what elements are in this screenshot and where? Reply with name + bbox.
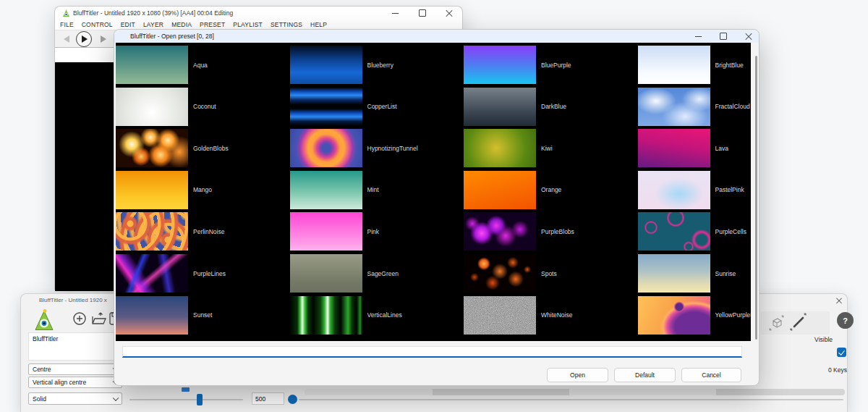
menu-layer[interactable]: LAYER: [143, 21, 163, 28]
preset-thumbnail[interactable]: [638, 46, 710, 84]
preset-item[interactable]: PerlinNoise: [116, 212, 289, 251]
preset-item[interactable]: CopperList: [290, 88, 464, 126]
preset-item[interactable]: SageGreen: [290, 254, 464, 293]
style-select[interactable]: Solid: [28, 392, 122, 405]
alignment-select[interactable]: Centre: [28, 363, 122, 375]
preset-item[interactable]: Kiwi: [464, 129, 637, 167]
minimize-icon[interactable]: [687, 30, 709, 43]
close-icon[interactable]: [435, 7, 462, 20]
cancel-button[interactable]: Cancel: [681, 368, 741, 382]
preset-label: PurpleCells: [715, 212, 752, 251]
preset-thumbnail[interactable]: [290, 254, 362, 293]
timeline-slider-track[interactable]: [299, 399, 843, 400]
add-layer-icon[interactable]: [72, 311, 87, 326]
preset-item[interactable]: GoldenBlobs: [116, 129, 289, 167]
preset-item[interactable]: BluePurple: [464, 46, 637, 84]
open-show-icon[interactable]: [91, 312, 108, 326]
preset-thumbnail[interactable]: [290, 46, 362, 84]
timeline-slider-handle[interactable]: [288, 395, 297, 404]
maximize-icon[interactable]: [409, 7, 435, 20]
preset-thumbnail[interactable]: [464, 129, 536, 167]
play-button[interactable]: [76, 31, 92, 47]
preset-label: PurpleLines: [193, 254, 289, 293]
preview-titlebar: BluffTitler - Untitled 1920 x 1080 (39%)…: [55, 7, 462, 20]
preset-thumbnail[interactable]: [464, 296, 536, 335]
menu-settings[interactable]: SETTINGS: [271, 21, 302, 28]
preset-thumbnail[interactable]: [464, 254, 536, 293]
preset-item[interactable]: DarkBlue: [464, 88, 637, 126]
stretch-pen-icon[interactable]: [789, 313, 808, 332]
minimize-icon[interactable]: [382, 7, 409, 20]
style-value: Solid: [33, 395, 46, 403]
preset-thumbnail[interactable]: [290, 129, 362, 167]
preset-thumbnail[interactable]: [290, 212, 362, 251]
preset-thumbnail[interactable]: [290, 88, 362, 126]
open-button-label: Open: [570, 371, 585, 379]
preset-thumbnail[interactable]: [116, 129, 188, 167]
preset-thumbnail[interactable]: [464, 88, 536, 126]
preset-item[interactable]: PurpleCells: [638, 212, 752, 251]
preset-thumbnail[interactable]: [638, 296, 710, 335]
preset-thumbnail[interactable]: [638, 171, 710, 209]
preset-item[interactable]: Blueberry: [290, 46, 464, 84]
resize-3d-icon[interactable]: [767, 314, 785, 332]
vertical-alignment-select[interactable]: Vertical align centre: [28, 377, 122, 388]
preset-item[interactable]: Lava: [638, 129, 752, 167]
preset-item[interactable]: PastelPink: [638, 171, 752, 209]
preset-item[interactable]: BrightBlue: [638, 46, 752, 84]
preset-thumbnail[interactable]: [464, 46, 536, 84]
preset-thumbnail[interactable]: [116, 171, 188, 209]
preset-item[interactable]: Mint: [290, 171, 464, 209]
property-slider-track[interactable]: [129, 399, 243, 400]
preset-thumbnail[interactable]: [638, 129, 710, 167]
visible-checkbox[interactable]: [837, 348, 846, 357]
default-button[interactable]: Default: [614, 368, 676, 382]
menu-help[interactable]: HELP: [310, 21, 327, 28]
preset-name-input[interactable]: [122, 346, 742, 358]
preset-thumbnail[interactable]: [638, 212, 710, 251]
preset-thumbnail[interactable]: [116, 212, 188, 251]
preset-item[interactable]: HypnotizingTunnel: [290, 129, 464, 167]
menu-edit[interactable]: EDIT: [121, 21, 135, 28]
preset-thumbnail[interactable]: [464, 212, 536, 251]
menu-media[interactable]: MEDIA: [171, 21, 192, 28]
menu-preset[interactable]: PRESET: [200, 21, 225, 28]
property-slider-handle[interactable]: [197, 394, 203, 405]
open-button[interactable]: Open: [547, 368, 608, 382]
preset-item[interactable]: PurpleBlobs: [464, 212, 637, 251]
previous-key-icon[interactable]: [64, 35, 69, 43]
preset-item[interactable]: Aqua: [116, 46, 289, 84]
menu-playlist[interactable]: PLAYLIST: [233, 21, 263, 28]
preset-thumbnail[interactable]: [464, 171, 536, 209]
preset-item[interactable]: Sunset: [116, 296, 289, 335]
preset-thumbnail[interactable]: [290, 171, 362, 209]
preset-thumbnail[interactable]: [116, 254, 188, 293]
preset-thumbnail[interactable]: [116, 296, 188, 335]
close-icon[interactable]: [738, 30, 760, 43]
scrollbar-thumb[interactable]: [755, 56, 757, 340]
preset-thumbnail[interactable]: [290, 296, 362, 335]
preset-item[interactable]: Pink: [290, 212, 464, 251]
close-icon[interactable]: [836, 298, 843, 304]
preset-thumbnail[interactable]: [116, 46, 188, 84]
preset-item[interactable]: PurpleLines: [116, 254, 289, 293]
next-key-icon[interactable]: [101, 35, 106, 43]
help-button[interactable]: ?: [837, 312, 854, 329]
preset-item[interactable]: Sunrise: [638, 254, 752, 293]
preset-item[interactable]: WhiteNoise: [464, 296, 637, 335]
preset-thumbnail[interactable]: [116, 88, 188, 126]
preset-thumbnail[interactable]: [638, 254, 710, 293]
maximize-icon[interactable]: [712, 30, 734, 43]
preset-thumbnail[interactable]: [638, 88, 710, 126]
preset-label: BluePurple: [541, 46, 637, 84]
preset-item[interactable]: Coconut: [116, 88, 289, 126]
preset-item[interactable]: FractalCloud: [638, 88, 752, 126]
preset-item[interactable]: VerticalLines: [290, 296, 464, 335]
menu-file[interactable]: FILE: [60, 21, 74, 28]
preset-item[interactable]: Orange: [464, 171, 637, 209]
preset-item[interactable]: Mango: [116, 171, 289, 209]
preset-item[interactable]: YellowPurpleBlobs: [638, 296, 752, 335]
size-input[interactable]: [252, 392, 284, 405]
menu-control[interactable]: CONTROL: [82, 21, 113, 28]
preset-item[interactable]: Spots: [464, 254, 637, 293]
